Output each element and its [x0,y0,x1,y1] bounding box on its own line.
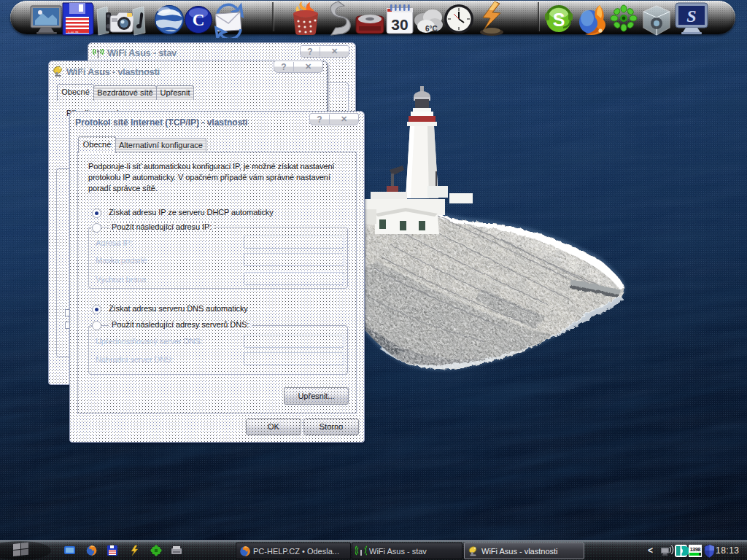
svg-text:30: 30 [391,16,408,33]
svg-text:6°C: 6°C [425,25,438,33]
svg-text:C: C [193,11,205,29]
svg-text:1398: 1398 [690,546,701,553]
svg-text:S: S [686,7,696,26]
svg-text:1.44 MB: 1.44 MB [68,31,78,34]
